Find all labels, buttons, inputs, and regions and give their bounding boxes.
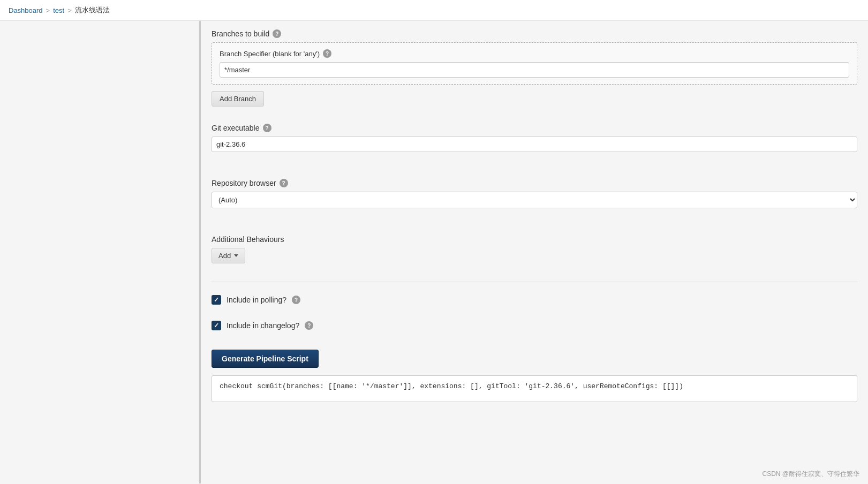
branch-specifier-input[interactable]: [220, 62, 849, 78]
include-polling-section: ✓ Include in polling? ?: [201, 291, 868, 319]
content-area: Branches to build ? Branch Specifier (bl…: [201, 21, 868, 483]
branch-specifier-help-icon[interactable]: ?: [323, 49, 331, 58]
branch-specifier-box: Branch Specifier (blank for 'any') ?: [212, 42, 857, 85]
repo-browser-label-row: Repository browser ?: [212, 179, 857, 187]
git-executable-label: Git executable: [212, 124, 260, 132]
include-changelog-help-icon[interactable]: ?: [305, 321, 313, 330]
include-changelog-label: Include in changelog?: [227, 321, 299, 330]
git-executable-help-icon[interactable]: ?: [263, 124, 271, 132]
footer-watermark: CSDN @耐得住寂寞、守得住繁华: [762, 470, 859, 479]
breadcrumb-test[interactable]: test: [53, 6, 64, 14]
repo-browser-label: Repository browser: [212, 179, 276, 187]
chevron-down-icon: [234, 254, 238, 257]
repository-browser-section: Repository browser ? (Auto): [201, 170, 868, 217]
generate-pipeline-script-button[interactable]: Generate Pipeline Script: [212, 350, 319, 368]
breadcrumb-dashboard[interactable]: Dashboard: [9, 6, 43, 14]
include-polling-label: Include in polling?: [227, 296, 286, 304]
include-polling-help-icon[interactable]: ?: [292, 296, 300, 304]
branches-label-row: Branches to build ?: [212, 29, 857, 38]
git-executable-section: Git executable ?: [201, 115, 868, 161]
changelog-checkmark: ✓: [214, 322, 219, 329]
code-output: checkout scmGit(branches: [[name: '*/mas…: [212, 375, 857, 402]
add-branch-button[interactable]: Add Branch: [212, 91, 264, 107]
include-changelog-checkbox[interactable]: ✓: [212, 321, 221, 330]
breadcrumb-sep-1: >: [46, 6, 50, 14]
include-polling-row: ✓ Include in polling? ?: [212, 295, 857, 305]
include-changelog-section: ✓ Include in changelog? ?: [201, 319, 868, 344]
branch-specifier-label: Branch Specifier (blank for 'any'): [220, 50, 320, 58]
git-executable-input[interactable]: [212, 137, 857, 152]
repo-browser-select[interactable]: (Auto): [212, 192, 857, 208]
generate-area: Generate Pipeline Script: [201, 344, 868, 375]
include-polling-checkbox[interactable]: ✓: [212, 295, 221, 305]
polling-checkmark: ✓: [214, 296, 219, 304]
divider: [212, 282, 857, 282]
add-behaviour-button[interactable]: Add: [212, 248, 245, 263]
repo-browser-help-icon[interactable]: ?: [280, 179, 288, 187]
sidebar: [0, 21, 201, 483]
git-executable-label-row: Git executable ?: [212, 124, 857, 132]
branches-to-build-section: Branches to build ? Branch Specifier (bl…: [201, 21, 868, 115]
additional-behaviours-label: Additional Behaviours: [212, 235, 284, 244]
include-changelog-row: ✓ Include in changelog? ?: [212, 321, 857, 330]
breadcrumb-sep-2: >: [67, 6, 72, 14]
branches-help-icon[interactable]: ?: [273, 29, 281, 38]
branch-specifier-label-row: Branch Specifier (blank for 'any') ?: [220, 49, 849, 58]
breadcrumb: Dashboard > test > 流水线语法: [0, 0, 868, 21]
breadcrumb-current: 流水线语法: [75, 5, 110, 15]
branches-to-build-label: Branches to build: [212, 29, 269, 38]
add-behaviour-label: Add: [218, 252, 231, 260]
additional-behaviours-label-row: Additional Behaviours: [212, 235, 857, 244]
additional-behaviours-section: Additional Behaviours Add: [201, 226, 868, 272]
